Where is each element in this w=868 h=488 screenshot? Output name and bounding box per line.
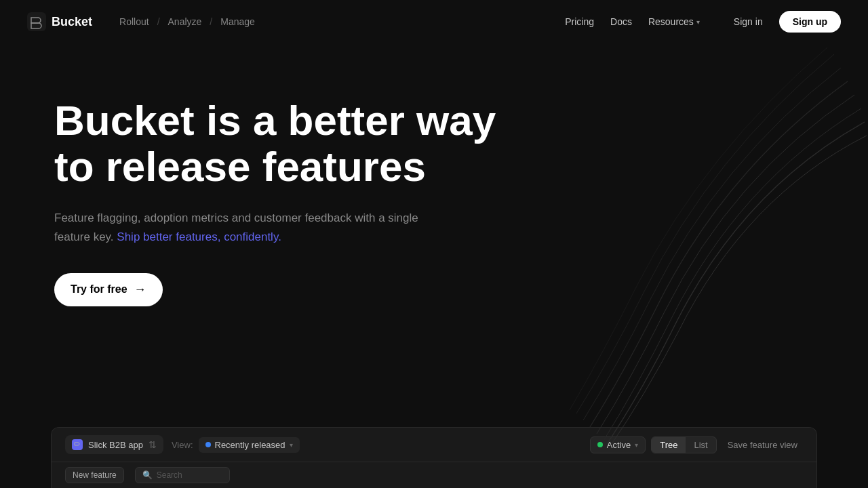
nav-link-analyze[interactable]: Analyze: [163, 12, 208, 31]
hero-section: Bucket is a better way to release featur…: [0, 43, 868, 306]
view-chevron-icon: ▾: [290, 441, 293, 449]
arrow-icon: →: [134, 283, 146, 297]
chevron-down-icon: ▾: [696, 18, 700, 26]
app-logo-area[interactable]: Slick B2B app ⇅: [65, 435, 163, 454]
app-logo-icon: [72, 439, 83, 450]
view-label: View:: [172, 440, 193, 450]
nav-right-links: Pricing Docs Resources ▾: [558, 12, 707, 31]
view-toggle: Tree List: [651, 436, 716, 453]
view-name: Recently released: [215, 440, 285, 450]
hero-subtitle-link[interactable]: Ship better features, confidently.: [117, 230, 281, 243]
nav-link-manage[interactable]: Manage: [215, 12, 260, 31]
app-topbar-left: Slick B2B app ⇅ View: Recently released …: [65, 435, 300, 454]
list-view-button[interactable]: List: [686, 437, 715, 453]
active-dot-icon: [597, 442, 603, 447]
nav-link-rollout[interactable]: Rollout: [114, 12, 155, 31]
hero-subtitle: Feature flagging, adoption metrics and c…: [54, 209, 434, 245]
nav-docs[interactable]: Docs: [604, 12, 639, 31]
nav-left: Bucket Rollout / Analyze / Manage: [27, 12, 260, 31]
search-icon: 🔍: [142, 470, 153, 480]
nav-sep-2: /: [210, 16, 212, 27]
app-name-label: Slick B2B app: [88, 440, 143, 450]
view-area: View: Recently released ▾: [172, 437, 300, 453]
logo-icon: [27, 12, 46, 31]
active-label: Active: [607, 440, 631, 450]
active-badge[interactable]: Active ▾: [590, 436, 646, 453]
app-preview: Slick B2B app ⇅ View: Recently released …: [51, 427, 817, 488]
new-feature-button[interactable]: New feature: [65, 467, 124, 483]
search-placeholder: Search: [157, 470, 182, 480]
sort-icon[interactable]: ⇅: [149, 439, 157, 450]
app-topbar: Slick B2B app ⇅ View: Recently released …: [52, 428, 816, 462]
signup-button[interactable]: Sign up: [779, 11, 841, 33]
nav-links: Rollout / Analyze / Manage: [114, 12, 260, 31]
view-dot-icon: [205, 442, 211, 447]
save-feature-view-button[interactable]: Save feature view: [722, 437, 803, 453]
app-content: New feature 🔍 Search: [52, 462, 816, 488]
tree-view-button[interactable]: Tree: [652, 437, 686, 453]
active-chevron-icon: ▾: [635, 441, 638, 449]
app-topbar-right: Active ▾ Tree List Save feature view: [590, 436, 803, 453]
nav-right: Pricing Docs Resources ▾ Sign in Sign up: [558, 11, 841, 33]
signin-button[interactable]: Sign in: [723, 11, 774, 33]
hero-title: Bucket is a better way to release featur…: [54, 98, 529, 190]
logo[interactable]: Bucket: [27, 12, 92, 31]
search-box[interactable]: 🔍 Search: [135, 467, 230, 483]
nav-resources[interactable]: Resources ▾: [642, 12, 707, 31]
try-for-free-button[interactable]: Try for free →: [54, 273, 163, 306]
navbar: Bucket Rollout / Analyze / Manage Pricin…: [0, 0, 868, 43]
view-badge[interactable]: Recently released ▾: [199, 437, 300, 453]
nav-sep-1: /: [157, 16, 160, 27]
nav-pricing[interactable]: Pricing: [558, 12, 601, 31]
brand-name: Bucket: [52, 15, 92, 29]
